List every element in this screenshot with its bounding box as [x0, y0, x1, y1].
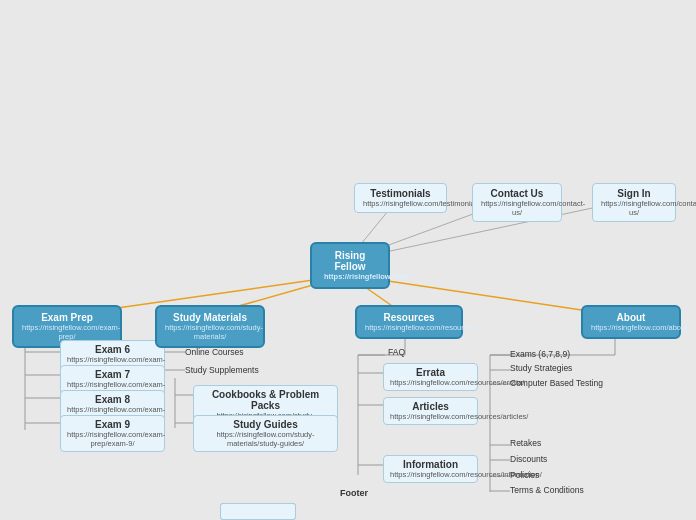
- signin-title: Sign In: [601, 188, 667, 199]
- contact-us-node[interactable]: Contact Us https://risingfellow.com/cont…: [472, 183, 562, 222]
- central-title: Rising Fellow: [324, 250, 376, 272]
- exam6-title: Exam 6: [67, 344, 158, 355]
- exam9-node[interactable]: Exam 9 https://risingfellow.com/exam-pre…: [60, 415, 165, 452]
- footer-label: Footer: [340, 488, 368, 498]
- study-materials-cat[interactable]: Study Materials https://risingfellow.com…: [155, 305, 265, 348]
- contact-title: Contact Us: [481, 188, 553, 199]
- articles-title: Articles: [390, 401, 471, 412]
- study-strategies-node[interactable]: Study Strategies: [510, 363, 572, 373]
- cbt-node[interactable]: Computer Based Testing: [510, 378, 603, 388]
- sign-in-node[interactable]: Sign In https://risingfellow.com/contact…: [592, 183, 676, 222]
- study-guides-url: https://risingfellow.com/study-materials…: [200, 430, 331, 448]
- faq-node[interactable]: FAQ: [388, 347, 405, 357]
- errata-title: Errata: [390, 367, 471, 378]
- about-title: About: [591, 312, 671, 323]
- terms-node[interactable]: Terms & Conditions: [510, 485, 584, 495]
- online-courses-node[interactable]: Online Courses: [185, 347, 244, 357]
- study-guides-node[interactable]: Study Guides https://risingfellow.com/st…: [193, 415, 338, 452]
- cookbooks-title: Cookbooks & Problem Packs: [200, 389, 331, 411]
- online-courses-title: Online Courses: [185, 347, 244, 357]
- exam8-title: Exam 8: [67, 394, 158, 405]
- errata-url: https://risingfellow.com/resources/errat…: [390, 378, 471, 387]
- retakes-node[interactable]: Retakes: [510, 438, 541, 448]
- errata-node[interactable]: Errata https://risingfellow.com/resource…: [383, 363, 478, 391]
- testimonials-node[interactable]: Testimonials https://risingfellow.com/te…: [354, 183, 447, 213]
- study-supplements-title: Study Supplements: [185, 365, 259, 375]
- policies-node[interactable]: Policies: [510, 470, 539, 480]
- footer-item-5[interactable]: [220, 503, 296, 520]
- study-supplements-node[interactable]: Study Supplements: [185, 365, 259, 375]
- exam7-title: Exam 7: [67, 369, 158, 380]
- faq-title: FAQ: [388, 347, 405, 357]
- central-node[interactable]: Rising Fellow https://risingfellow.com/: [310, 242, 390, 289]
- exams-node-title: Exams (6,7,8,9): [510, 349, 570, 359]
- central-url: https://risingfellow.com/: [324, 272, 376, 281]
- information-title: Information: [390, 459, 471, 470]
- exam9-title: Exam 9: [67, 419, 158, 430]
- discounts-title: Discounts: [510, 454, 547, 464]
- testimonials-url: https://risingfellow.com/testimonials/: [363, 199, 438, 208]
- about-cat[interactable]: About https://risingfellow.com/about/: [581, 305, 681, 339]
- exam-prep-url: https://risingfellow.com/exam-prep/: [22, 323, 112, 341]
- study-guides-title: Study Guides: [200, 419, 331, 430]
- retakes-title: Retakes: [510, 438, 541, 448]
- resources-url: https://risingfellow.com/resources/: [365, 323, 453, 332]
- signin-url: https://risingfellow.com/contact-us/: [601, 199, 667, 217]
- exam-prep-title: Exam Prep: [22, 312, 112, 323]
- resources-cat[interactable]: Resources https://risingfellow.com/resou…: [355, 305, 463, 339]
- exams-node[interactable]: Exams (6,7,8,9): [510, 349, 570, 359]
- study-materials-url: https://risingfellow.com/study-materials…: [165, 323, 255, 341]
- study-materials-title: Study Materials: [165, 312, 255, 323]
- exam9-url: https://risingfellow.com/exam-prep/exam-…: [67, 430, 158, 448]
- information-url: https://risingfellow.com/resources/infor…: [390, 470, 471, 479]
- resources-title: Resources: [365, 312, 453, 323]
- discounts-node[interactable]: Discounts: [510, 454, 547, 464]
- policies-title: Policies: [510, 470, 539, 480]
- articles-node[interactable]: Articles https://risingfellow.com/resour…: [383, 397, 478, 425]
- study-strategies-title: Study Strategies: [510, 363, 572, 373]
- articles-url: https://risingfellow.com/resources/artic…: [390, 412, 471, 421]
- contact-url: https://risingfellow.com/contact-us/: [481, 199, 553, 217]
- diagram-container: Testimonials https://risingfellow.com/te…: [0, 0, 696, 520]
- testimonials-title: Testimonials: [363, 188, 438, 199]
- about-url: https://risingfellow.com/about/: [591, 323, 671, 332]
- cbt-title: Computer Based Testing: [510, 378, 603, 388]
- terms-title: Terms & Conditions: [510, 485, 584, 495]
- information-node[interactable]: Information https://risingfellow.com/res…: [383, 455, 478, 483]
